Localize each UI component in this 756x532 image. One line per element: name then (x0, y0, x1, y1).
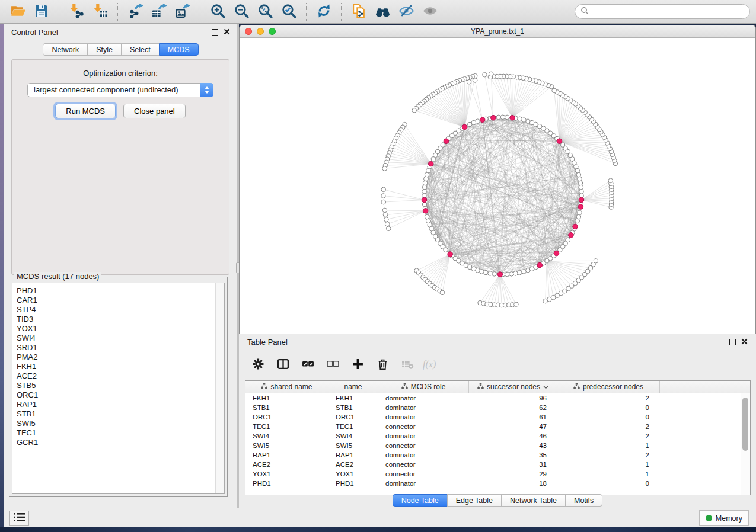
export-network-button[interactable] (123, 2, 147, 22)
mcds-result-item[interactable]: YOX1 (17, 324, 224, 334)
zoom-fit-button[interactable] (253, 2, 277, 22)
cell-name[interactable]: SWI5 (328, 442, 378, 449)
cell-name[interactable]: YOX1 (328, 470, 378, 477)
cell-predecessor-nodes[interactable]: 2 (557, 451, 660, 459)
cell-successor-nodes[interactable]: 47 (469, 423, 557, 430)
mcds-result-item[interactable]: TEC1 (17, 428, 224, 438)
mcds-result-item[interactable]: STP4 (17, 305, 224, 315)
window-minimize-button[interactable] (257, 28, 264, 35)
tab-node-table[interactable]: Node Table (393, 494, 448, 507)
mcds-result-item[interactable]: SWI5 (17, 419, 224, 428)
close-panel-icon[interactable] (224, 27, 230, 37)
cell-MCDS-role[interactable]: connector (378, 470, 469, 477)
table-row[interactable]: ACE2ACE2connector311 (245, 460, 750, 469)
cell-MCDS-role[interactable]: connector (378, 461, 469, 468)
open-file-button[interactable] (6, 2, 30, 22)
network-graph[interactable] (240, 38, 755, 334)
cell-shared-name[interactable]: RAP1 (245, 451, 328, 459)
zoom-in-button[interactable] (206, 2, 229, 22)
deselect-all-button[interactable] (322, 355, 343, 374)
cell-predecessor-nodes[interactable]: 2 (557, 395, 660, 402)
column-header-shared-name[interactable]: shared name (245, 381, 328, 393)
cell-predecessor-nodes[interactable]: 1 (557, 470, 660, 477)
tab-network-table[interactable]: Network Table (501, 494, 566, 507)
mcds-result-item[interactable]: PMA2 (17, 352, 224, 362)
mcds-result-item[interactable]: CAR1 (17, 296, 224, 305)
zoom-out-button[interactable] (229, 2, 253, 22)
cell-name[interactable]: RAP1 (328, 451, 378, 459)
sort-caret-icon[interactable] (543, 383, 548, 391)
mcds-result-item[interactable]: FKH1 (17, 362, 224, 371)
table-scrollbar[interactable] (741, 393, 750, 495)
cell-successor-nodes[interactable]: 35 (469, 451, 557, 459)
mcds-result-item[interactable]: STB5 (17, 381, 224, 390)
mcds-result-item[interactable]: GCR1 (17, 438, 224, 447)
table-close-panel-icon[interactable] (741, 336, 748, 347)
mcds-result-item[interactable]: ACE2 (17, 371, 224, 381)
cell-shared-name[interactable]: STB1 (245, 404, 328, 411)
search-input[interactable] (592, 7, 744, 17)
cell-shared-name[interactable]: ACE2 (245, 461, 328, 468)
cell-shared-name[interactable]: YOX1 (245, 470, 328, 477)
table-row[interactable]: SWI5SWI5connector431 (245, 441, 750, 450)
network-canvas[interactable] (240, 38, 755, 334)
copy-style-button[interactable] (347, 2, 371, 22)
tab-style[interactable]: Style (87, 43, 122, 56)
cell-successor-nodes[interactable]: 29 (469, 470, 557, 477)
cell-MCDS-role[interactable]: dominator (378, 480, 469, 487)
cell-predecessor-nodes[interactable]: 0 (557, 414, 660, 421)
cell-predecessor-nodes[interactable]: 2 (557, 432, 660, 440)
cell-name[interactable]: TEC1 (328, 423, 378, 430)
hide-selected-button[interactable] (394, 2, 418, 22)
delete-table-button[interactable] (397, 355, 418, 374)
table-settings-button[interactable] (247, 355, 269, 374)
cell-MCDS-role[interactable]: connector (378, 423, 469, 430)
cell-successor-nodes[interactable]: 61 (469, 414, 557, 421)
column-header-predecessor-nodes[interactable]: predecessor nodes (557, 381, 660, 393)
window-close-button[interactable] (245, 28, 252, 35)
cell-MCDS-role[interactable]: dominator (378, 432, 469, 440)
cell-shared-name[interactable]: SWI4 (245, 432, 328, 440)
cell-MCDS-role[interactable]: dominator (378, 395, 469, 402)
tab-motifs[interactable]: Motifs (565, 494, 602, 507)
memory-button[interactable]: Memory (699, 510, 749, 526)
show-columns-button[interactable] (272, 355, 294, 374)
cell-MCDS-role[interactable]: dominator (378, 404, 469, 411)
cell-successor-nodes[interactable]: 18 (469, 480, 557, 487)
cell-shared-name[interactable]: PHD1 (245, 480, 328, 487)
tab-network[interactable]: Network (43, 43, 88, 56)
column-header-successor-nodes[interactable]: successor nodes (469, 381, 557, 393)
tab-mcds[interactable]: MCDS (159, 43, 199, 56)
cell-predecessor-nodes[interactable]: 0 (557, 404, 660, 411)
cell-shared-name[interactable]: FKH1 (245, 395, 328, 402)
table-float-panel-icon[interactable] (729, 339, 736, 345)
function-builder-button[interactable]: f(x) (422, 355, 443, 374)
import-table-button[interactable] (88, 2, 112, 22)
select-all-button[interactable] (297, 355, 318, 374)
cell-successor-nodes[interactable]: 46 (469, 432, 557, 440)
cell-name[interactable]: STB1 (328, 404, 378, 411)
delete-column-button[interactable] (372, 355, 393, 374)
table-row[interactable]: PHD1PHD1dominator180 (245, 479, 750, 488)
cell-name[interactable]: SWI4 (328, 432, 378, 440)
task-history-button[interactable] (9, 511, 29, 526)
cell-shared-name[interactable]: ORC1 (245, 414, 328, 421)
table-row[interactable]: RAP1RAP1dominator352 (245, 450, 750, 460)
mcds-result-item[interactable]: PHD1 (17, 286, 224, 296)
apply-layout-button[interactable] (312, 2, 336, 22)
show-all-button[interactable] (418, 2, 442, 22)
float-panel-icon[interactable] (212, 29, 218, 36)
cell-successor-nodes[interactable]: 96 (469, 395, 557, 402)
table-row[interactable]: STB1STB1dominator620 (245, 403, 750, 412)
mcds-result-item[interactable]: TID3 (17, 315, 224, 324)
mcds-list-scrollbar[interactable] (215, 283, 224, 493)
window-zoom-button[interactable] (269, 28, 276, 35)
cell-successor-nodes[interactable]: 62 (469, 404, 557, 411)
cell-MCDS-role[interactable]: dominator (378, 414, 469, 421)
mcds-result-item[interactable]: STB1 (17, 409, 224, 419)
cell-name[interactable]: FKH1 (328, 395, 378, 402)
add-column-button[interactable] (347, 355, 368, 374)
cell-shared-name[interactable]: TEC1 (245, 423, 328, 430)
mcds-result-item[interactable]: SRD1 (17, 343, 224, 352)
cell-name[interactable]: ORC1 (328, 414, 378, 421)
